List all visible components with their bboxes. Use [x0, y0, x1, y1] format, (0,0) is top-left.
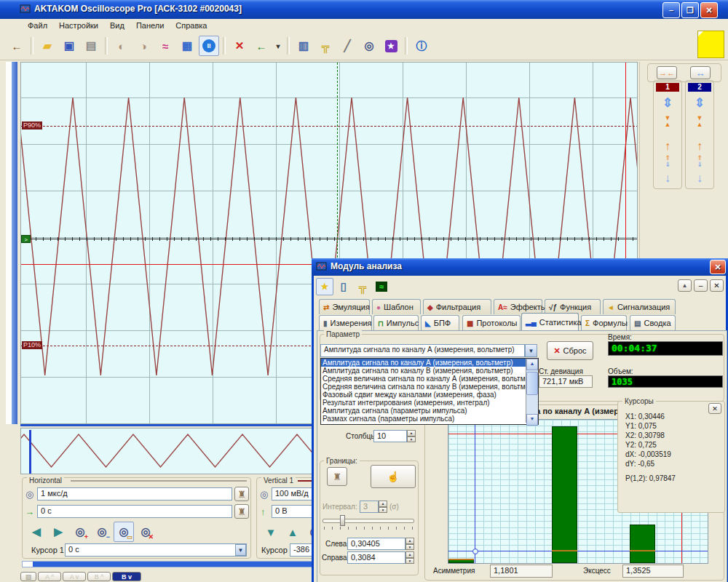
ch2-scale-updown-button[interactable]: ⇕ [688, 94, 711, 111]
dialog-close-button2[interactable]: ✕ [710, 279, 724, 292]
dropdown-option[interactable]: Размах сигнала (параметры импульса) [321, 415, 529, 423]
dropdown-option[interactable]: Фазовый сдвиг между каналами (измерения,… [321, 391, 529, 399]
tab-pulse[interactable]: ⊓Импульс [373, 315, 419, 330]
print-button[interactable] [81, 36, 101, 56]
dialog-title-bar[interactable]: Модуль анализа ✕ [312, 258, 728, 276]
position-auto-button[interactable] [234, 504, 249, 519]
rollup-button[interactable]: ▲ [678, 279, 692, 292]
timebase-field[interactable]: 1 мкс/д [37, 487, 232, 501]
dialog-minimize-button[interactable]: – [694, 279, 708, 292]
tab-b-up[interactable]: B ^ [87, 572, 111, 581]
spin-down-icon[interactable]: ▼ [405, 544, 414, 551]
spin-down-icon[interactable]: ▼ [407, 436, 416, 443]
cursor-intersection-marker[interactable] [472, 549, 478, 554]
insert-marker-button[interactable] [251, 36, 272, 56]
tab-protocols[interactable]: ▦Протоколы [462, 315, 521, 330]
expand-horizontal-button[interactable]: ↔ [690, 66, 711, 79]
parameter-combobox[interactable]: Амплитуда сигнала по каналу А (измерения… [320, 344, 525, 357]
pan-down-button[interactable] [261, 522, 281, 542]
spin-down-icon[interactable]: ▼ [379, 507, 387, 514]
menu-settings[interactable]: Настройки [53, 20, 104, 31]
dropdown-scrollbar[interactable]: ▲ ▼ [526, 359, 538, 423]
h-cursor-dropdown-button[interactable]: ▼ [235, 544, 246, 556]
menu-view[interactable]: Вид [104, 20, 130, 31]
minimize-button[interactable]: – [662, 2, 680, 18]
zoom-window-button[interactable]: ▭ [114, 522, 134, 542]
waveforms-button[interactable] [155, 36, 175, 56]
tools-button[interactable] [337, 36, 357, 56]
tab-measurements[interactable]: ▮Измерения [319, 315, 372, 330]
cursors-close-button[interactable]: ✕ [708, 403, 721, 414]
pause-button[interactable] [199, 36, 219, 56]
ch1-compress-vertical-button[interactable]: ▼▲ [656, 113, 679, 130]
panel-info-button[interactable] [293, 36, 314, 56]
tab-function[interactable]: √ƒФункция [545, 299, 601, 314]
menu-panels[interactable]: Панели [130, 20, 170, 31]
spin-up-icon[interactable]: ▲ [379, 501, 387, 507]
dropdown-option[interactable]: Средняя величина сигнала по каналу А (из… [321, 375, 529, 383]
tab-emulation[interactable]: ⇄Эмуляция [319, 299, 370, 314]
columns-field[interactable]: 10 [373, 430, 407, 442]
pan-right-button[interactable] [48, 522, 68, 542]
title-bar[interactable]: AKTAKOM Oscilloscope Pro [АСК-3102 #0020… [0, 0, 728, 19]
tab-statistics[interactable]: ▂▄Статистика [521, 313, 579, 330]
pan-left-button[interactable] [26, 522, 47, 542]
dialog-close-button[interactable]: ✕ [710, 260, 726, 274]
spin-up-icon[interactable]: ▲ [405, 551, 414, 558]
columns-spinner[interactable]: ▲▼ [407, 430, 416, 442]
scrollbar-thumb[interactable] [526, 372, 538, 395]
delete-marker-button[interactable] [229, 36, 250, 56]
ch2-move-down-button[interactable]: ↓ [688, 171, 711, 186]
dropdown-option[interactable]: Амплитуда сигнала (параметры импульса) [321, 407, 529, 415]
info-book-button[interactable] [335, 278, 352, 295]
position-field[interactable]: 0 с [37, 505, 232, 518]
channel-color-swatch[interactable] [697, 31, 724, 58]
blue-cursor-hline[interactable] [448, 551, 708, 551]
dropdown-option[interactable]: Средняя величина сигнала по каналу В (из… [321, 383, 529, 391]
compress-horizontal-button[interactable]: →← [657, 66, 677, 79]
h-cursor-combobox[interactable]: 0 с [65, 543, 247, 557]
tab-fft[interactable]: ◣БПФ [421, 315, 459, 330]
tab-summary[interactable]: ▤Сводка [630, 315, 676, 330]
left-bound-spinner[interactable]: ▲▼ [405, 538, 414, 550]
caliper-button[interactable] [315, 36, 336, 56]
copy-screen-b-button[interactable] [133, 36, 154, 56]
trigger-level-marker[interactable]: > [21, 235, 31, 243]
bounds-auto-button[interactable] [327, 467, 347, 486]
ch1-fine-move-button[interactable]: ⇑⇓ [656, 154, 679, 170]
reset-button[interactable]: ✕ Сброс [547, 341, 593, 360]
ch2-compress-vertical-button[interactable]: ▼▲ [688, 113, 711, 130]
ch1-scale-updown-button[interactable]: ⇕ [656, 94, 679, 111]
parameter-dropdown-button[interactable]: ▼ [525, 344, 537, 357]
tab-filtering[interactable]: ◆Фильтрация [423, 299, 491, 314]
scroll-up-icon[interactable]: ▲ [526, 359, 538, 370]
scope-left-scrollbar[interactable] [12, 62, 17, 424]
ch1-move-up-button[interactable]: ↑ [656, 139, 679, 154]
pan-up-button[interactable] [282, 522, 303, 542]
preview-position-cursor[interactable] [29, 430, 31, 474]
status-icon-button[interactable]: ▨ [20, 572, 36, 581]
interval-slider-track[interactable] [323, 519, 414, 523]
dropdown-option[interactable]: Результат интегрирования (измерения, инт… [321, 399, 529, 407]
help-button[interactable] [411, 36, 432, 56]
blue-cursor-vline[interactable] [475, 420, 475, 563]
favorites-button[interactable] [316, 278, 333, 295]
right-bound-spinner[interactable]: ▲▼ [405, 551, 414, 564]
tab-alarm[interactable]: ◄Сигнализация [603, 299, 676, 314]
parameter-dropdown-list[interactable]: Амплитуда сигнала по каналу А (измерения… [320, 358, 539, 425]
interval-slider-thumb[interactable] [340, 515, 345, 526]
wizard-button[interactable] [381, 36, 401, 56]
spin-down-icon[interactable]: ▼ [405, 558, 414, 565]
close-button[interactable]: ✕ [700, 2, 718, 18]
exit-button[interactable] [7, 36, 27, 56]
ch1-move-down-button[interactable]: ↓ [656, 171, 679, 186]
insert-marker-dropdown[interactable] [273, 36, 283, 56]
open-file-button[interactable] [37, 36, 58, 56]
zoom-reset-button[interactable]: ✕ [135, 522, 156, 542]
dropdown-option-selected[interactable]: Амплитуда сигнала по каналу А (измерения… [321, 359, 529, 367]
search-button[interactable] [359, 36, 379, 56]
ch2-fine-move-button[interactable]: ⇑⇓ [688, 154, 711, 170]
tab-b-down-active[interactable]: B v [112, 572, 141, 581]
tab-a-down[interactable]: A v [63, 572, 86, 581]
copy-screen-a-button[interactable] [111, 36, 132, 56]
